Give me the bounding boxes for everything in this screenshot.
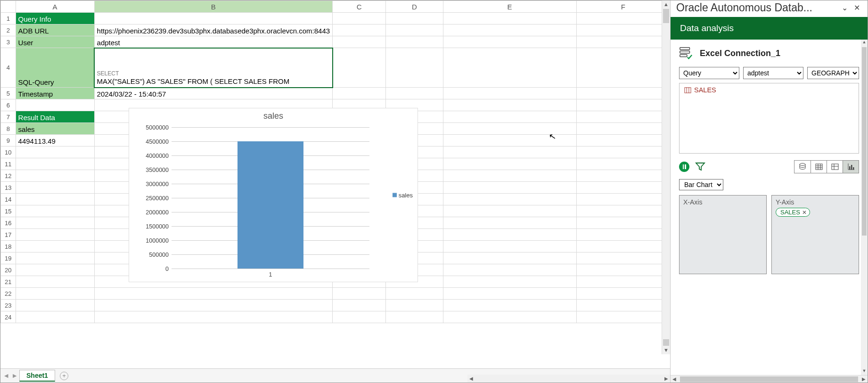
cell-C4[interactable]	[333, 48, 386, 88]
cell-E16[interactable]	[443, 217, 576, 229]
cell-B22[interactable]	[94, 288, 333, 300]
horizontal-scrollbar[interactable]: ◀ ▶	[467, 375, 670, 383]
sheet-nav-arrows[interactable]: ◀ ▶	[2, 372, 18, 380]
cell-E2[interactable]	[443, 24, 576, 36]
row-header-19[interactable]: 19	[1, 253, 16, 264]
hscroll-right-icon[interactable]: ▶	[663, 376, 670, 381]
cell-F24[interactable]	[576, 311, 670, 323]
cell-F5[interactable]	[576, 88, 670, 99]
pause-button[interactable]	[679, 162, 689, 172]
cell-A1[interactable]: Query Info	[16, 13, 94, 24]
panel-scroll-up-icon[interactable]: ▲	[861, 40, 868, 46]
cell-E24[interactable]	[443, 311, 576, 323]
filter-icon[interactable]	[695, 162, 705, 172]
sheet-nav-next-icon[interactable]: ▶	[11, 372, 18, 380]
col-header-F[interactable]: F	[576, 1, 670, 13]
row-header-24[interactable]: 24	[1, 311, 16, 323]
cell-F13[interactable]	[576, 182, 670, 194]
cell-D5[interactable]	[386, 88, 443, 99]
cell-C2[interactable]	[333, 24, 386, 36]
cell-D1[interactable]	[386, 13, 443, 24]
cell-A7[interactable]: Result Data	[16, 111, 94, 123]
cell-B5[interactable]: 2024/03/22 - 15:40:57	[94, 88, 333, 99]
cell-A3[interactable]: User	[16, 36, 94, 48]
vertical-scrollbar[interactable]: ▲ ▼	[662, 0, 670, 354]
cell-B3[interactable]: adptest	[94, 36, 333, 48]
row-header-14[interactable]: 14	[1, 194, 16, 205]
cell-E1[interactable]	[443, 13, 576, 24]
sheet-tab-active[interactable]: Sheet1	[19, 370, 55, 382]
view-pivot-icon[interactable]	[827, 161, 843, 173]
cell-E10[interactable]	[443, 147, 576, 158]
cell-E14[interactable]	[443, 194, 576, 205]
cell-E15[interactable]	[443, 205, 576, 217]
row-header-15[interactable]: 15	[1, 205, 16, 217]
cell-A12[interactable]	[16, 170, 94, 182]
schema-select[interactable]: adptest	[743, 67, 803, 79]
panel-vertical-scrollbar[interactable]: ▲ ▼	[861, 40, 868, 375]
cell-C23[interactable]	[333, 300, 386, 311]
col-header-A[interactable]: A	[16, 1, 94, 13]
cell-E18[interactable]	[443, 241, 576, 253]
cell-F22[interactable]	[576, 288, 670, 300]
row-header-22[interactable]: 22	[1, 288, 16, 300]
view-table-icon[interactable]	[811, 161, 827, 173]
cell-A11[interactable]	[16, 158, 94, 170]
cell-A17[interactable]	[16, 229, 94, 241]
cell-A22[interactable]	[16, 288, 94, 300]
row-header-8[interactable]: 8	[1, 123, 16, 135]
close-icon[interactable]: ✕	[851, 3, 863, 12]
row-header-18[interactable]: 18	[1, 241, 16, 253]
cell-F3[interactable]	[576, 36, 670, 48]
col-header-E[interactable]: E	[443, 1, 576, 13]
row-header-13[interactable]: 13	[1, 182, 16, 194]
cell-F10[interactable]	[576, 147, 670, 158]
cell-F9[interactable]	[576, 135, 670, 147]
cell-F16[interactable]	[576, 217, 670, 229]
cell-E3[interactable]	[443, 36, 576, 48]
cell-D23[interactable]	[386, 300, 443, 311]
cell-E6[interactable]	[443, 99, 576, 111]
cell-A23[interactable]	[16, 300, 94, 311]
row-header-10[interactable]: 10	[1, 147, 16, 158]
cell-E21[interactable]	[443, 276, 576, 288]
cell-B1[interactable]	[94, 13, 333, 24]
fields-list[interactable]: SALES	[679, 83, 859, 154]
cell-F2[interactable]	[576, 24, 670, 36]
panel-hscroll-right-icon[interactable]: ▶	[860, 376, 868, 382]
cell-A21[interactable]	[16, 276, 94, 288]
chevron-down-icon[interactable]: ⌄	[838, 3, 851, 12]
panel-hscroll-left-icon[interactable]: ◀	[671, 376, 678, 382]
row-header-9[interactable]: 9	[1, 135, 16, 147]
cell-F8[interactable]	[576, 123, 670, 135]
cell-F23[interactable]	[576, 300, 670, 311]
cell-C5[interactable]	[333, 88, 386, 99]
embedded-chart[interactable]: sales 0500000100000015000002000000250000…	[129, 108, 418, 282]
scroll-down-icon[interactable]: ▼	[662, 346, 670, 354]
cell-D3[interactable]	[386, 36, 443, 48]
cell-B2[interactable]: https://phoenix236239.dev3sub3phx.databa…	[94, 24, 333, 36]
cell-F11[interactable]	[576, 158, 670, 170]
cell-E17[interactable]	[443, 229, 576, 241]
y-axis-pill-sales[interactable]: SALES ✕	[776, 208, 810, 217]
cell-F6[interactable]	[576, 99, 670, 111]
cell-A5[interactable]: Timestamp	[16, 88, 94, 99]
cell-E19[interactable]	[443, 253, 576, 264]
col-header-C[interactable]: C	[333, 1, 386, 13]
cell-B23[interactable]	[94, 300, 333, 311]
scrollbar-thumb-bottom[interactable]	[663, 339, 669, 346]
cell-F18[interactable]	[576, 241, 670, 253]
cell-F20[interactable]	[576, 264, 670, 276]
cell-F17[interactable]	[576, 229, 670, 241]
cell-A16[interactable]	[16, 217, 94, 229]
cell-E20[interactable]	[443, 264, 576, 276]
cell-A4[interactable]: SQL-Query	[16, 48, 94, 88]
pill-remove-icon[interactable]: ✕	[802, 209, 807, 216]
cell-C1[interactable]	[333, 13, 386, 24]
cell-A14[interactable]	[16, 194, 94, 205]
panel-scroll-down-icon[interactable]: ▼	[861, 368, 868, 375]
row-header-2[interactable]: 2	[1, 24, 16, 36]
row-header-1[interactable]: 1	[1, 13, 16, 24]
mode-select[interactable]: Query	[679, 67, 739, 79]
cell-C3[interactable]	[333, 36, 386, 48]
